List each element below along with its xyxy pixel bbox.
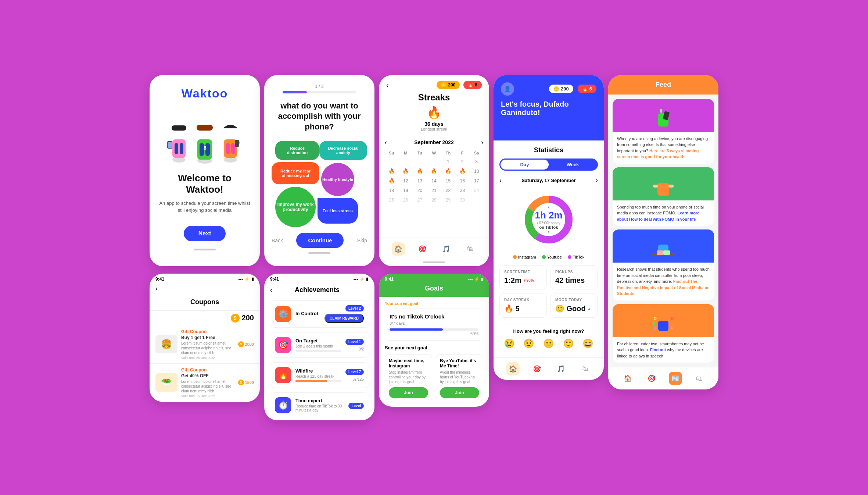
stats-coins-badges: 🪙 200 🔥 6: [549, 85, 596, 93]
feed-link-3[interactable]: Find out The Positive and Negative Impac…: [617, 279, 710, 296]
stat-screentime: SCREENTIME 1:2m ▼90%: [499, 265, 547, 289]
date-next[interactable]: ›: [596, 177, 598, 184]
goal-productivity[interactable]: Improve my work productivity: [275, 187, 316, 227]
stats-coin-badge: 🪙 200: [549, 85, 573, 93]
coupon-item-2[interactable]: 🥗 Gift Coupon Get 40% OFF Lorem ipsum do…: [150, 364, 260, 402]
stats-top-bar: 👤 🪙 200 🔥 6: [501, 82, 596, 96]
coupon-subtitle-1: Buy 1 get 1 Free: [181, 335, 234, 340]
feed-link-2[interactable]: Learn more about How to deal with FOMO i…: [617, 211, 699, 221]
nav-shop[interactable]: 🛍: [463, 242, 477, 256]
legend-instagram: Instagram: [513, 255, 536, 259]
signal-ach: ▪▪▪ ⚡ ▮: [354, 277, 369, 282]
nav-home-stats[interactable]: 🏠: [506, 362, 520, 375]
coupon-thumb-2: 🥗: [155, 373, 177, 392]
cal-day-empty-end: [470, 196, 483, 204]
join-youtube-button[interactable]: Join: [440, 387, 479, 398]
feed-link-1[interactable]: Here are 5 ways slimming screen time is …: [617, 149, 699, 159]
toggle-week[interactable]: Week: [549, 160, 597, 170]
nav-music[interactable]: 🎵: [440, 242, 453, 256]
streaks-header: ‹ 🪙 200 🔥 6: [379, 75, 489, 92]
cal-prev[interactable]: ‹: [385, 139, 387, 146]
mood-very-sad[interactable]: 😢: [504, 338, 515, 349]
goal-healthy[interactable]: Healthy lifestyle: [321, 163, 354, 196]
skip-button[interactable]: Skip: [357, 238, 367, 243]
svg-point-43: [657, 171, 669, 183]
mood-very-happy[interactable]: 😄: [582, 338, 593, 349]
continue-button[interactable]: Continue: [296, 233, 344, 248]
cal-header-sa: Sa: [470, 149, 483, 157]
nav-shop-feed[interactable]: 🛍: [693, 372, 706, 385]
cal-header-f: F: [456, 149, 469, 157]
stat-value-screentime: 1:2m ▼90%: [504, 276, 542, 285]
claim-reward-button[interactable]: CLAIM REWARD: [324, 314, 364, 323]
date-prev[interactable]: ‹: [499, 177, 502, 184]
nav-goals[interactable]: 🎯: [416, 242, 429, 256]
join-instagram-button[interactable]: Join: [389, 387, 428, 398]
svg-text:F: F: [671, 326, 673, 330]
back-arrow[interactable]: ‹: [155, 285, 158, 292]
back-button[interactable]: Back: [272, 238, 283, 243]
svg-point-33: [233, 132, 234, 133]
goal-fomo[interactable]: Reduce my fear of missing out: [272, 162, 319, 184]
mood-sad[interactable]: 😟: [523, 338, 534, 349]
streaks-back[interactable]: ‹: [386, 81, 389, 89]
svg-rect-42: [663, 111, 670, 120]
cal-day-24-inactive: 24: [470, 186, 483, 195]
mood-happy[interactable]: 🙂: [563, 338, 574, 349]
goal-stress[interactable]: Feel less stress: [318, 198, 358, 224]
toggle-day[interactable]: Day: [501, 160, 549, 170]
calendar-grid: Su M Tu W Th F Sa 1 2 3 🔥: [385, 149, 483, 204]
cal-day-5-fire: 🔥: [399, 167, 413, 176]
goal-reduce-distraction[interactable]: Reduce distraction: [275, 141, 319, 160]
fire-emoji: 🔥: [468, 82, 473, 88]
nav-goals-stats[interactable]: 🎯: [530, 362, 544, 375]
legend-tiktok: TikTok: [568, 255, 584, 259]
nav-music-stats[interactable]: 🎵: [554, 362, 567, 375]
mood-neutral[interactable]: 😐: [543, 338, 554, 349]
coupon-item[interactable]: 🍔 Gift Coupon Buy 1 get 1 Free Lorem ips…: [150, 325, 260, 364]
svg-rect-53: [658, 321, 668, 331]
svg-rect-1: [172, 139, 186, 158]
nav-home-active[interactable]: 🏠: [392, 242, 405, 256]
profile-avatar[interactable]: 👤: [501, 82, 514, 96]
stats-fire-count: 6: [589, 86, 592, 92]
home-indicator-2: [308, 252, 330, 254]
achievement-in-control[interactable]: ⚙️ In Control Level 2 CLAIM REWARD: [269, 300, 370, 328]
stats-coin-icon: 🪙: [553, 86, 559, 92]
svg-rect-45: [653, 185, 658, 188]
stats-header: 👤 🪙 200 🔥 6 Let's focus, Dufado Ganindut…: [494, 75, 604, 140]
legend-dot-instagram: [513, 255, 517, 259]
status-bar: 9:41 ▪▪▪ ⚡ ▮: [150, 274, 260, 283]
nav-home-feed[interactable]: 🏠: [621, 372, 634, 385]
cal-header-m: M: [399, 149, 413, 157]
svg-text:8: 8: [204, 145, 207, 151]
progress-label: 1 / 3: [272, 84, 367, 89]
nav-shop-stats[interactable]: 🛍: [578, 362, 591, 375]
status-bar-ach: 9:41 ▪▪▪ ⚡ ▮: [264, 274, 374, 283]
legend-label-tiktok: TikTok: [573, 255, 584, 259]
svg-rect-4: [180, 143, 183, 154]
next-button[interactable]: Next: [184, 226, 226, 241]
cal-day-20: 20: [413, 186, 427, 195]
streaks-coins: 🪙 200 🔥 6: [437, 81, 482, 89]
feed-link-4[interactable]: Find out: [650, 348, 666, 352]
stats-fire-badge: 🔥 6: [578, 85, 596, 93]
legend-dot-tiktok: [568, 255, 571, 259]
goals-signal-icon: ▪▪▪ ⚡ ▮: [468, 277, 483, 282]
ach-count-on-target: 0/2: [359, 347, 364, 351]
welcome-illustration: 8: [164, 106, 245, 165]
streaks-nav: 🏠 🎯 🎵 🛍: [379, 238, 489, 260]
goals-signal: ▪▪▪ ⚡ ▮: [468, 277, 483, 282]
time: 9:41: [155, 277, 164, 282]
cal-next[interactable]: ›: [481, 139, 483, 146]
nav-feed-active[interactable]: 📰: [669, 372, 682, 385]
legend-dot-youtube: [542, 255, 546, 259]
svg-point-31: [232, 132, 234, 134]
nav-goals-feed[interactable]: 🎯: [645, 372, 658, 385]
goals-status-bar: 9:41 ▪▪▪ ⚡ ▮: [379, 274, 489, 283]
stat-label-pickups: PICKUPS: [555, 270, 593, 274]
goal-decrease-anxiety[interactable]: Decrease social anxiety: [319, 141, 367, 160]
svg-rect-29: [235, 140, 239, 147]
svg-rect-46: [668, 185, 674, 188]
calendar: ‹ September 2022 › Su M Tu W Th F Sa: [379, 136, 489, 238]
